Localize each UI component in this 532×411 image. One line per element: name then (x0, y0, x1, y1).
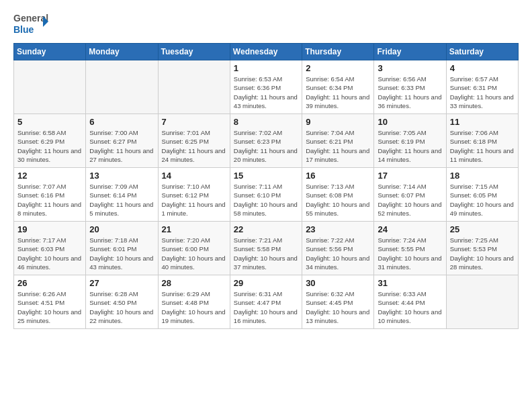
calendar-cell: 7Sunrise: 7:01 AM Sunset: 6:25 PM Daylig… (158, 114, 230, 168)
calendar-cell: 26Sunrise: 6:26 AM Sunset: 4:51 PM Dayli… (14, 275, 86, 329)
day-info: Sunrise: 7:10 AM Sunset: 6:12 PM Dayligh… (162, 182, 226, 218)
day-info: Sunrise: 6:26 AM Sunset: 4:51 PM Dayligh… (17, 289, 82, 325)
logo: GeneralBlue (13, 11, 50, 36)
calendar-cell: 20Sunrise: 7:18 AM Sunset: 6:01 PM Dayli… (86, 222, 158, 275)
calendar-cell (14, 60, 86, 114)
calendar-cell: 15Sunrise: 7:11 AM Sunset: 6:10 PM Dayli… (230, 168, 302, 222)
day-info: Sunrise: 7:07 AM Sunset: 6:16 PM Dayligh… (17, 182, 82, 218)
day-number: 28 (162, 278, 226, 288)
day-info: Sunrise: 7:11 AM Sunset: 6:10 PM Dayligh… (234, 182, 298, 218)
day-header-tuesday: Tuesday (158, 44, 230, 60)
logo-icon: GeneralBlue (13, 11, 50, 36)
day-info: Sunrise: 7:05 AM Sunset: 6:19 PM Dayligh… (378, 128, 442, 164)
svg-text:Blue: Blue (13, 24, 34, 35)
day-info: Sunrise: 7:09 AM Sunset: 6:14 PM Dayligh… (89, 182, 154, 218)
calendar-cell: 1Sunrise: 6:53 AM Sunset: 6:36 PM Daylig… (230, 60, 302, 114)
calendar-cell: 11Sunrise: 7:06 AM Sunset: 6:18 PM Dayli… (446, 114, 518, 168)
day-number: 7 (162, 117, 226, 127)
day-number: 26 (17, 278, 82, 288)
day-number: 17 (378, 171, 442, 181)
day-number: 15 (234, 171, 298, 181)
calendar-cell: 18Sunrise: 7:15 AM Sunset: 6:05 PM Dayli… (446, 168, 518, 222)
day-info: Sunrise: 7:02 AM Sunset: 6:23 PM Dayligh… (234, 128, 298, 164)
day-number: 10 (378, 117, 442, 127)
calendar-cell (86, 60, 158, 114)
day-number: 25 (450, 224, 515, 234)
day-number: 3 (378, 63, 442, 73)
calendar-week-row: 5Sunrise: 6:58 AM Sunset: 6:29 PM Daylig… (14, 114, 519, 168)
calendar-cell: 31Sunrise: 6:33 AM Sunset: 4:44 PM Dayli… (374, 275, 446, 329)
day-number: 21 (162, 224, 226, 234)
day-info: Sunrise: 7:15 AM Sunset: 6:05 PM Dayligh… (450, 182, 515, 218)
day-number: 31 (378, 278, 442, 288)
calendar-cell: 27Sunrise: 6:28 AM Sunset: 4:50 PM Dayli… (86, 275, 158, 329)
day-number: 27 (89, 278, 154, 288)
day-info: Sunrise: 7:21 AM Sunset: 5:58 PM Dayligh… (234, 236, 298, 271)
day-info: Sunrise: 6:29 AM Sunset: 4:48 PM Dayligh… (162, 289, 226, 325)
day-info: Sunrise: 7:13 AM Sunset: 6:08 PM Dayligh… (306, 182, 370, 218)
calendar-cell (446, 275, 518, 329)
calendar-cell: 28Sunrise: 6:29 AM Sunset: 4:48 PM Dayli… (158, 275, 230, 329)
day-header-saturday: Saturday (446, 44, 518, 60)
calendar-cell: 3Sunrise: 6:56 AM Sunset: 6:33 PM Daylig… (374, 60, 446, 114)
day-number: 12 (17, 171, 82, 181)
day-info: Sunrise: 7:01 AM Sunset: 6:25 PM Dayligh… (162, 128, 226, 164)
day-info: Sunrise: 6:56 AM Sunset: 6:33 PM Dayligh… (378, 75, 442, 110)
day-number: 30 (306, 278, 370, 288)
day-number: 2 (306, 63, 370, 73)
calendar-cell: 14Sunrise: 7:10 AM Sunset: 6:12 PM Dayli… (158, 168, 230, 222)
page-header: GeneralBlue (13, 11, 519, 36)
calendar-cell: 19Sunrise: 7:17 AM Sunset: 6:03 PM Dayli… (14, 222, 86, 275)
calendar-week-row: 12Sunrise: 7:07 AM Sunset: 6:16 PM Dayli… (14, 168, 519, 222)
day-header-thursday: Thursday (302, 44, 374, 60)
day-number: 18 (450, 171, 515, 181)
day-info: Sunrise: 7:22 AM Sunset: 5:56 PM Dayligh… (306, 236, 370, 271)
day-header-friday: Friday (374, 44, 446, 60)
calendar-cell: 8Sunrise: 7:02 AM Sunset: 6:23 PM Daylig… (230, 114, 302, 168)
day-info: Sunrise: 7:04 AM Sunset: 6:21 PM Dayligh… (306, 128, 370, 164)
day-header-sunday: Sunday (14, 44, 86, 60)
calendar-cell: 5Sunrise: 6:58 AM Sunset: 6:29 PM Daylig… (14, 114, 86, 168)
calendar-cell (158, 60, 230, 114)
calendar-cell: 12Sunrise: 7:07 AM Sunset: 6:16 PM Dayli… (14, 168, 86, 222)
day-info: Sunrise: 6:33 AM Sunset: 4:44 PM Dayligh… (378, 289, 442, 325)
day-info: Sunrise: 7:00 AM Sunset: 6:27 PM Dayligh… (89, 128, 154, 164)
calendar-cell: 30Sunrise: 6:32 AM Sunset: 4:45 PM Dayli… (302, 275, 374, 329)
day-number: 22 (234, 224, 298, 234)
calendar-cell: 4Sunrise: 6:57 AM Sunset: 6:31 PM Daylig… (446, 60, 518, 114)
day-info: Sunrise: 7:14 AM Sunset: 6:07 PM Dayligh… (378, 182, 442, 218)
calendar-week-row: 26Sunrise: 6:26 AM Sunset: 4:51 PM Dayli… (14, 275, 519, 329)
day-header-wednesday: Wednesday (230, 44, 302, 60)
day-number: 1 (234, 63, 298, 73)
day-number: 29 (234, 278, 298, 288)
day-info: Sunrise: 6:28 AM Sunset: 4:50 PM Dayligh… (89, 289, 154, 325)
calendar-cell: 13Sunrise: 7:09 AM Sunset: 6:14 PM Dayli… (86, 168, 158, 222)
calendar-cell: 22Sunrise: 7:21 AM Sunset: 5:58 PM Dayli… (230, 222, 302, 275)
day-info: Sunrise: 6:32 AM Sunset: 4:45 PM Dayligh… (306, 289, 370, 325)
calendar-week-row: 1Sunrise: 6:53 AM Sunset: 6:36 PM Daylig… (14, 60, 519, 114)
day-info: Sunrise: 7:06 AM Sunset: 6:18 PM Dayligh… (450, 128, 515, 164)
day-number: 5 (17, 117, 82, 127)
day-number: 11 (450, 117, 515, 127)
calendar-cell: 6Sunrise: 7:00 AM Sunset: 6:27 PM Daylig… (86, 114, 158, 168)
day-number: 23 (306, 224, 370, 234)
day-info: Sunrise: 7:18 AM Sunset: 6:01 PM Dayligh… (89, 236, 154, 271)
calendar-week-row: 19Sunrise: 7:17 AM Sunset: 6:03 PM Dayli… (14, 222, 519, 275)
day-info: Sunrise: 7:20 AM Sunset: 6:00 PM Dayligh… (162, 236, 226, 271)
calendar-cell: 17Sunrise: 7:14 AM Sunset: 6:07 PM Dayli… (374, 168, 446, 222)
calendar-header-row: SundayMondayTuesdayWednesdayThursdayFrid… (14, 44, 519, 60)
calendar-cell: 2Sunrise: 6:54 AM Sunset: 6:34 PM Daylig… (302, 60, 374, 114)
calendar-table: SundayMondayTuesdayWednesdayThursdayFrid… (13, 43, 519, 329)
calendar-cell: 10Sunrise: 7:05 AM Sunset: 6:19 PM Dayli… (374, 114, 446, 168)
calendar-cell: 24Sunrise: 7:24 AM Sunset: 5:55 PM Dayli… (374, 222, 446, 275)
day-number: 20 (89, 224, 154, 234)
day-number: 4 (450, 63, 515, 73)
day-info: Sunrise: 6:57 AM Sunset: 6:31 PM Dayligh… (450, 75, 515, 110)
day-header-monday: Monday (86, 44, 158, 60)
day-number: 6 (89, 117, 154, 127)
calendar-cell: 29Sunrise: 6:31 AM Sunset: 4:47 PM Dayli… (230, 275, 302, 329)
day-info: Sunrise: 7:24 AM Sunset: 5:55 PM Dayligh… (378, 236, 442, 271)
day-number: 16 (306, 171, 370, 181)
calendar-cell: 9Sunrise: 7:04 AM Sunset: 6:21 PM Daylig… (302, 114, 374, 168)
day-info: Sunrise: 6:31 AM Sunset: 4:47 PM Dayligh… (234, 289, 298, 325)
